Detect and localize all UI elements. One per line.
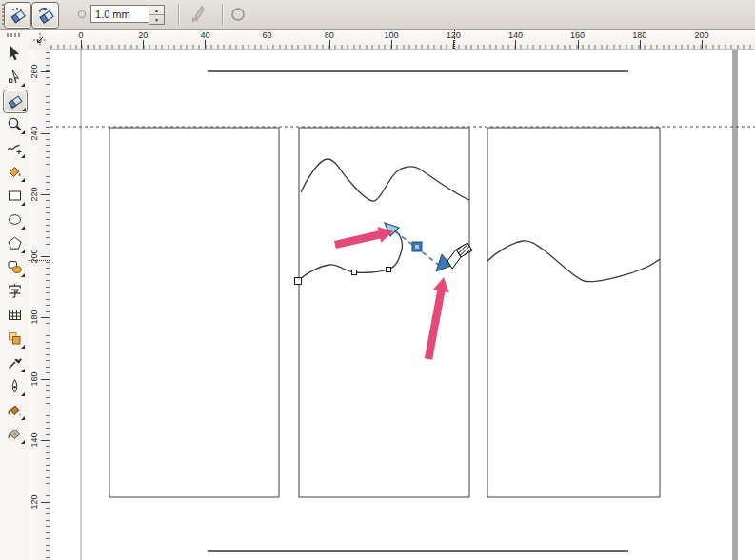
v-ruler-major-tick [41,71,50,72]
flyout-triangle [21,273,25,277]
interactive-fill-icon [7,426,23,442]
v-ruler-label: 240 [30,121,39,146]
tool-shape[interactable] [3,66,26,88]
spinner-down-button[interactable]: ▼ [149,14,164,24]
smart-fill-icon [7,164,23,180]
eraser-arrow-icon [36,6,55,25]
shape-icon [7,69,23,85]
erase-option-2-button[interactable] [31,2,59,29]
toolbar-separator [178,4,180,25]
auto-reduce-nodes-icon[interactable] [189,4,209,25]
v-ruler-label: 120 [30,490,39,514]
v-ruler-major-tick [41,502,50,503]
tool-fill[interactable] [3,399,26,421]
tool-pick[interactable] [3,42,26,64]
flyout-triangle [21,416,25,420]
drawing-canvas[interactable] [0,0,755,560]
h-ruler-label: 0 [78,30,83,40]
pick-icon [7,45,23,61]
flyout-triangle [21,345,25,349]
tool-polygon[interactable] [3,232,26,254]
tool-basic-shapes[interactable] [3,256,26,278]
panel-rect-2[interactable] [299,128,469,497]
v-ruler-major-tick [41,440,50,441]
tool-eraser[interactable] [3,90,28,113]
v-ruler-major-tick [41,194,50,195]
tool-table[interactable] [3,304,26,326]
flyout-triangle [21,154,25,158]
eraser-dots-icon [9,6,28,25]
curve-node[interactable] [352,270,357,275]
h-ruler-major-tick [268,40,268,49]
table-icon [7,307,23,323]
v-ruler-ticks [46,50,50,560]
flyout-triangle [21,392,25,396]
h-ruler-label: 140 [508,30,523,40]
v-ruler-label: 160 [30,367,39,391]
flyout-triangle [21,440,25,444]
h-ruler-major-tick [578,40,579,49]
thickness-circle-icon [76,9,88,20]
h-ruler-major-tick [640,40,641,49]
h-ruler-ticks [50,45,755,49]
tool-interactive-fill[interactable] [3,423,26,445]
ruler-origin[interactable] [29,30,50,50]
tool-blend[interactable] [3,328,26,350]
v-ruler-label: 140 [30,428,39,452]
tool-ellipse[interactable] [3,209,26,230]
toolbox-grip[interactable] [7,33,22,37]
toolbox [0,30,30,560]
eyedropper-icon [7,354,23,370]
panel-rect-3[interactable] [487,128,660,497]
flyout-triangle [21,178,25,182]
tool-text[interactable] [3,280,26,302]
v-ruler-major-tick [41,379,50,380]
curve-node[interactable] [295,278,302,285]
outline-pen-icon [7,378,23,394]
flyout-triangle [21,202,25,206]
flyout-triangle [22,108,26,111]
polygon-icon [7,235,23,251]
h-ruler-major-tick [143,40,144,49]
tool-zoom[interactable] [3,113,26,135]
fill-icon [7,402,23,418]
flyout-triangle [21,83,25,87]
property-bar: ▲ ▼ [0,0,755,30]
round-nib-icon[interactable] [229,6,247,23]
blend-icon [7,330,23,347]
h-ruler-major-tick [515,40,516,49]
v-ruler-major-tick [41,256,50,257]
v-ruler-label: 220 [30,182,39,207]
tool-outline-pen[interactable] [3,375,26,397]
tool-smart-fill[interactable] [3,161,26,183]
flyout-triangle [21,130,25,134]
v-ruler-label: 260 [30,59,39,84]
v-ruler-major-tick [41,133,50,134]
erase-option-1-button[interactable] [4,2,31,29]
tool-rectangle[interactable] [3,185,26,207]
eraser-thickness-input[interactable] [90,5,149,23]
curve-node[interactable] [387,268,391,272]
panel-rect-1[interactable] [109,128,279,497]
drag-mid-node-inner [415,245,419,249]
h-ruler-major-tick [391,40,392,49]
spinner-up-button[interactable]: ▲ [149,6,164,14]
page-right-edge-shadow [732,50,738,560]
tool-freehand[interactable] [3,137,26,159]
h-ruler-label: 80 [325,30,334,40]
h-ruler: 020406080100120140160180200 [50,30,755,50]
basic-shapes-icon [7,259,23,275]
flyout-triangle [21,250,25,253]
h-ruler-label: 20 [138,30,148,40]
h-ruler-major-tick [329,40,330,49]
h-ruler-major-tick [702,40,703,49]
tool-eyedropper[interactable] [3,351,26,373]
thickness-spinner: ▲ ▼ [149,5,165,25]
h-ruler-label: 40 [200,30,209,40]
h-ruler-label: 180 [632,30,646,40]
h-ruler-label: 60 [263,30,272,40]
zoom-icon [7,116,23,132]
flyout-triangle [21,369,25,372]
freehand-icon [7,140,23,156]
v-ruler-label: 200 [30,244,39,269]
